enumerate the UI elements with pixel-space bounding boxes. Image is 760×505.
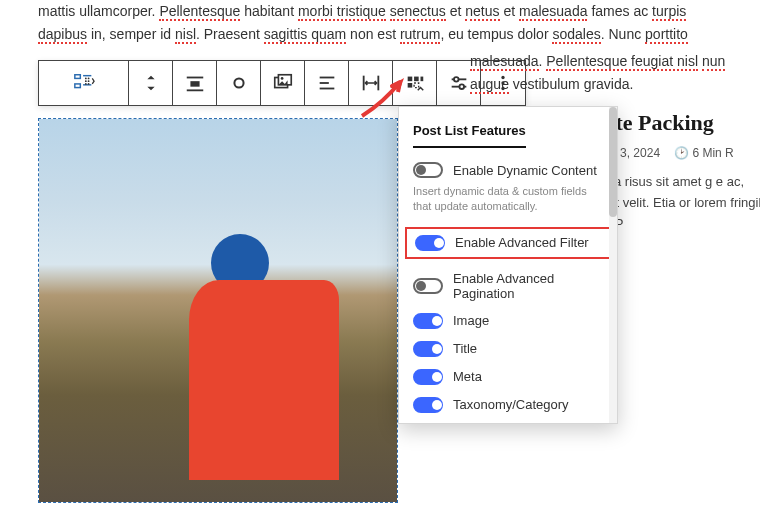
svg-rect-2 xyxy=(74,84,80,88)
text-align-button[interactable] xyxy=(305,61,349,105)
move-updown-button[interactable] xyxy=(129,61,173,105)
title-label: Title xyxy=(453,341,477,356)
svg-rect-25 xyxy=(414,83,419,88)
enable-advanced-filter-row: Enable Advanced Filter xyxy=(415,235,601,251)
block-toolbar xyxy=(38,60,526,106)
svg-rect-24 xyxy=(407,83,412,88)
advanced-pagination-label: Enable Advanced Pagination xyxy=(453,271,603,301)
align-button[interactable] xyxy=(173,61,217,105)
svg-point-29 xyxy=(459,85,464,90)
post-list-features-panel: Post List Features Enable Dynamic Conten… xyxy=(398,106,618,424)
photographer-image xyxy=(39,119,397,502)
svg-rect-0 xyxy=(74,75,80,79)
dynamic-content-desc: Insert dynamic data & custom fields that… xyxy=(413,184,603,215)
block-type-button[interactable] xyxy=(39,61,129,105)
highlight-box: Enable Advanced Filter xyxy=(405,227,611,259)
meta-row: Meta xyxy=(413,369,603,385)
svg-rect-11 xyxy=(190,81,199,87)
svg-rect-22 xyxy=(414,77,419,82)
svg-point-8 xyxy=(84,83,86,85)
image-toggle[interactable] xyxy=(413,313,443,329)
enable-advanced-pagination-row: Enable Advanced Pagination xyxy=(413,271,603,301)
svg-point-15 xyxy=(280,77,283,80)
dynamic-content-label: Enable Dynamic Content xyxy=(453,163,597,178)
svg-rect-23 xyxy=(420,77,423,82)
svg-point-9 xyxy=(87,83,89,85)
advanced-pagination-toggle[interactable] xyxy=(413,278,443,294)
title-toggle[interactable] xyxy=(413,341,443,357)
body-paragraph-2: malesuada. Pellentesque feugiat nisl nun… xyxy=(470,50,760,96)
title-row: Title xyxy=(413,341,603,357)
svg-point-4 xyxy=(84,78,86,80)
svg-point-27 xyxy=(453,77,458,82)
image-label: Image xyxy=(453,313,489,328)
loop-button[interactable] xyxy=(217,61,261,105)
table-button[interactable] xyxy=(393,61,437,105)
enable-dynamic-content-row: Enable Dynamic Content xyxy=(413,162,603,178)
advanced-filter-toggle[interactable] xyxy=(415,235,445,251)
image-row: Image xyxy=(413,313,603,329)
taxonomy-label: Taxonomy/Category xyxy=(453,397,569,412)
advanced-filter-label: Enable Advanced Filter xyxy=(455,235,589,250)
width-button[interactable] xyxy=(349,61,393,105)
image-style-button[interactable] xyxy=(261,61,305,105)
featured-image-block[interactable] xyxy=(38,118,398,503)
meta-label: Meta xyxy=(453,369,482,384)
clock-icon: 🕑 6 Min R xyxy=(674,146,734,160)
svg-point-7 xyxy=(87,80,89,82)
dynamic-content-toggle[interactable] xyxy=(413,162,443,178)
svg-point-5 xyxy=(87,78,89,80)
body-paragraph: mattis ullamcorper. Pellentesque habitan… xyxy=(38,0,732,46)
meta-toggle[interactable] xyxy=(413,369,443,385)
svg-rect-21 xyxy=(407,77,412,82)
taxonomy-toggle[interactable] xyxy=(413,397,443,413)
panel-title: Post List Features xyxy=(413,123,526,148)
taxonomy-row: Taxonomy/Category xyxy=(413,397,603,413)
svg-point-6 xyxy=(84,80,86,82)
panel-scrollbar[interactable] xyxy=(609,107,617,423)
